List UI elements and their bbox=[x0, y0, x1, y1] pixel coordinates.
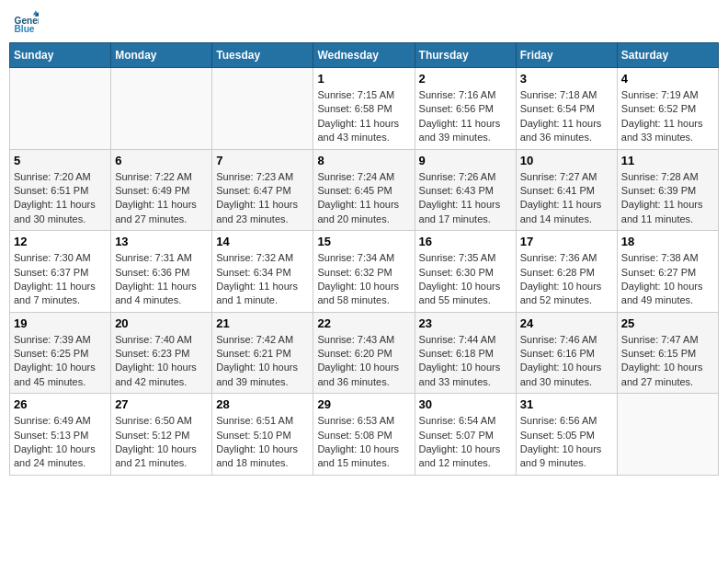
calendar-cell: 1Sunrise: 7:15 AMSunset: 6:58 PMDaylight… bbox=[313, 68, 415, 150]
calendar-cell: 28Sunrise: 6:51 AMSunset: 5:10 PMDayligh… bbox=[212, 394, 313, 476]
calendar-cell: 25Sunrise: 7:47 AMSunset: 6:15 PMDayligh… bbox=[617, 312, 718, 394]
day-number: 26 bbox=[14, 397, 107, 411]
calendar-cell: 12Sunrise: 7:30 AMSunset: 6:37 PMDayligh… bbox=[10, 231, 111, 313]
day-info: Sunrise: 7:47 AMSunset: 6:15 PMDaylight:… bbox=[621, 333, 714, 390]
day-number: 8 bbox=[317, 154, 410, 167]
day-info: Sunrise: 7:26 AMSunset: 6:43 PMDaylight:… bbox=[419, 170, 512, 227]
calendar-cell: 24Sunrise: 7:46 AMSunset: 6:16 PMDayligh… bbox=[516, 312, 617, 394]
page-header: General Blue bbox=[9, 9, 719, 35]
calendar-cell: 23Sunrise: 7:44 AMSunset: 6:18 PMDayligh… bbox=[415, 312, 516, 394]
calendar-cell: 4Sunrise: 7:19 AMSunset: 6:52 PMDaylight… bbox=[617, 68, 718, 150]
calendar-cell: 10Sunrise: 7:27 AMSunset: 6:41 PMDayligh… bbox=[516, 149, 617, 231]
day-info: Sunrise: 7:39 AMSunset: 6:25 PMDaylight:… bbox=[14, 333, 107, 390]
day-number: 3 bbox=[520, 72, 613, 86]
day-header-friday: Friday bbox=[516, 43, 617, 68]
calendar-cell: 9Sunrise: 7:26 AMSunset: 6:43 PMDaylight… bbox=[415, 149, 516, 231]
day-number: 2 bbox=[419, 72, 512, 86]
day-info: Sunrise: 7:36 AMSunset: 6:28 PMDaylight:… bbox=[520, 251, 613, 308]
day-info: Sunrise: 7:15 AMSunset: 6:58 PMDaylight:… bbox=[317, 88, 410, 145]
calendar-cell: 21Sunrise: 7:42 AMSunset: 6:21 PMDayligh… bbox=[212, 312, 313, 394]
calendar-cell: 31Sunrise: 6:56 AMSunset: 5:05 PMDayligh… bbox=[516, 394, 617, 476]
svg-text:Blue: Blue bbox=[15, 24, 35, 34]
day-number: 21 bbox=[216, 316, 309, 330]
day-info: Sunrise: 7:34 AMSunset: 6:32 PMDaylight:… bbox=[317, 251, 410, 308]
day-info: Sunrise: 7:44 AMSunset: 6:18 PMDaylight:… bbox=[419, 333, 512, 390]
day-info: Sunrise: 7:32 AMSunset: 6:34 PMDaylight:… bbox=[216, 251, 309, 308]
calendar-cell: 16Sunrise: 7:35 AMSunset: 6:30 PMDayligh… bbox=[415, 231, 516, 313]
calendar-cell: 20Sunrise: 7:40 AMSunset: 6:23 PMDayligh… bbox=[111, 312, 212, 394]
day-header-saturday: Saturday bbox=[617, 43, 718, 68]
day-header-monday: Monday bbox=[111, 43, 212, 68]
day-number: 31 bbox=[520, 397, 613, 411]
day-info: Sunrise: 7:42 AMSunset: 6:21 PMDaylight:… bbox=[216, 333, 309, 390]
calendar-cell: 14Sunrise: 7:32 AMSunset: 6:34 PMDayligh… bbox=[212, 231, 313, 313]
day-header-sunday: Sunday bbox=[10, 43, 111, 68]
day-info: Sunrise: 7:28 AMSunset: 6:39 PMDaylight:… bbox=[621, 170, 714, 227]
calendar-cell: 17Sunrise: 7:36 AMSunset: 6:28 PMDayligh… bbox=[516, 231, 617, 313]
day-info: Sunrise: 7:20 AMSunset: 6:51 PMDaylight:… bbox=[14, 170, 107, 227]
day-number: 24 bbox=[520, 316, 613, 330]
calendar-cell: 6Sunrise: 7:22 AMSunset: 6:49 PMDaylight… bbox=[111, 149, 212, 231]
calendar-cell: 7Sunrise: 7:23 AMSunset: 6:47 PMDaylight… bbox=[212, 149, 313, 231]
day-number: 5 bbox=[14, 154, 107, 167]
day-number: 12 bbox=[14, 235, 107, 248]
day-number: 27 bbox=[115, 397, 208, 411]
day-number: 20 bbox=[115, 316, 208, 330]
day-number: 13 bbox=[115, 235, 208, 248]
day-info: Sunrise: 7:40 AMSunset: 6:23 PMDaylight:… bbox=[115, 333, 208, 390]
calendar-cell bbox=[111, 68, 212, 150]
day-info: Sunrise: 7:38 AMSunset: 6:27 PMDaylight:… bbox=[621, 251, 714, 308]
day-info: Sunrise: 7:31 AMSunset: 6:36 PMDaylight:… bbox=[115, 251, 208, 308]
calendar-cell: 29Sunrise: 6:53 AMSunset: 5:08 PMDayligh… bbox=[313, 394, 415, 476]
calendar-cell bbox=[212, 68, 313, 150]
day-info: Sunrise: 6:56 AMSunset: 5:05 PMDaylight:… bbox=[520, 414, 613, 471]
day-info: Sunrise: 7:19 AMSunset: 6:52 PMDaylight:… bbox=[621, 88, 714, 145]
day-number: 19 bbox=[14, 316, 107, 330]
day-info: Sunrise: 6:53 AMSunset: 5:08 PMDaylight:… bbox=[317, 414, 410, 471]
day-number: 9 bbox=[419, 154, 512, 167]
calendar-cell: 3Sunrise: 7:18 AMSunset: 6:54 PMDaylight… bbox=[516, 68, 617, 150]
day-number: 29 bbox=[317, 397, 410, 411]
day-number: 16 bbox=[419, 235, 512, 248]
day-number: 15 bbox=[317, 235, 410, 248]
calendar-cell: 2Sunrise: 7:16 AMSunset: 6:56 PMDaylight… bbox=[415, 68, 516, 150]
day-info: Sunrise: 7:30 AMSunset: 6:37 PMDaylight:… bbox=[14, 251, 107, 308]
day-info: Sunrise: 7:18 AMSunset: 6:54 PMDaylight:… bbox=[520, 88, 613, 145]
day-header-wednesday: Wednesday bbox=[313, 43, 415, 68]
day-number: 23 bbox=[419, 316, 512, 330]
day-number: 14 bbox=[216, 235, 309, 248]
calendar-cell: 11Sunrise: 7:28 AMSunset: 6:39 PMDayligh… bbox=[617, 149, 718, 231]
day-number: 11 bbox=[621, 154, 714, 167]
calendar-cell bbox=[10, 68, 111, 150]
day-header-thursday: Thursday bbox=[415, 43, 516, 68]
day-number: 22 bbox=[317, 316, 410, 330]
calendar-cell: 27Sunrise: 6:50 AMSunset: 5:12 PMDayligh… bbox=[111, 394, 212, 476]
calendar-cell: 26Sunrise: 6:49 AMSunset: 5:13 PMDayligh… bbox=[10, 394, 111, 476]
day-info: Sunrise: 6:51 AMSunset: 5:10 PMDaylight:… bbox=[216, 414, 309, 471]
calendar-cell: 30Sunrise: 6:54 AMSunset: 5:07 PMDayligh… bbox=[415, 394, 516, 476]
day-info: Sunrise: 7:16 AMSunset: 6:56 PMDaylight:… bbox=[419, 88, 512, 145]
day-header-tuesday: Tuesday bbox=[212, 43, 313, 68]
day-info: Sunrise: 6:54 AMSunset: 5:07 PMDaylight:… bbox=[419, 414, 512, 471]
day-number: 10 bbox=[520, 154, 613, 167]
day-info: Sunrise: 7:43 AMSunset: 6:20 PMDaylight:… bbox=[317, 333, 410, 390]
day-number: 4 bbox=[621, 72, 714, 86]
day-number: 18 bbox=[621, 235, 714, 248]
day-info: Sunrise: 7:35 AMSunset: 6:30 PMDaylight:… bbox=[419, 251, 512, 308]
calendar-table: SundayMondayTuesdayWednesdayThursdayFrid… bbox=[9, 42, 719, 476]
day-number: 1 bbox=[317, 72, 410, 86]
day-info: Sunrise: 7:24 AMSunset: 6:45 PMDaylight:… bbox=[317, 170, 410, 227]
day-info: Sunrise: 6:49 AMSunset: 5:13 PMDaylight:… bbox=[14, 414, 107, 471]
day-number: 25 bbox=[621, 316, 714, 330]
calendar-header-row: SundayMondayTuesdayWednesdayThursdayFrid… bbox=[10, 43, 719, 68]
calendar-cell: 19Sunrise: 7:39 AMSunset: 6:25 PMDayligh… bbox=[10, 312, 111, 394]
calendar-cell: 15Sunrise: 7:34 AMSunset: 6:32 PMDayligh… bbox=[313, 231, 415, 313]
day-info: Sunrise: 7:23 AMSunset: 6:47 PMDaylight:… bbox=[216, 170, 309, 227]
day-info: Sunrise: 7:27 AMSunset: 6:41 PMDaylight:… bbox=[520, 170, 613, 227]
calendar-cell bbox=[617, 394, 718, 476]
day-number: 28 bbox=[216, 397, 309, 411]
day-number: 17 bbox=[520, 235, 613, 248]
calendar-cell: 22Sunrise: 7:43 AMSunset: 6:20 PMDayligh… bbox=[313, 312, 415, 394]
calendar-cell: 5Sunrise: 7:20 AMSunset: 6:51 PMDaylight… bbox=[10, 149, 111, 231]
calendar-cell: 13Sunrise: 7:31 AMSunset: 6:36 PMDayligh… bbox=[111, 231, 212, 313]
